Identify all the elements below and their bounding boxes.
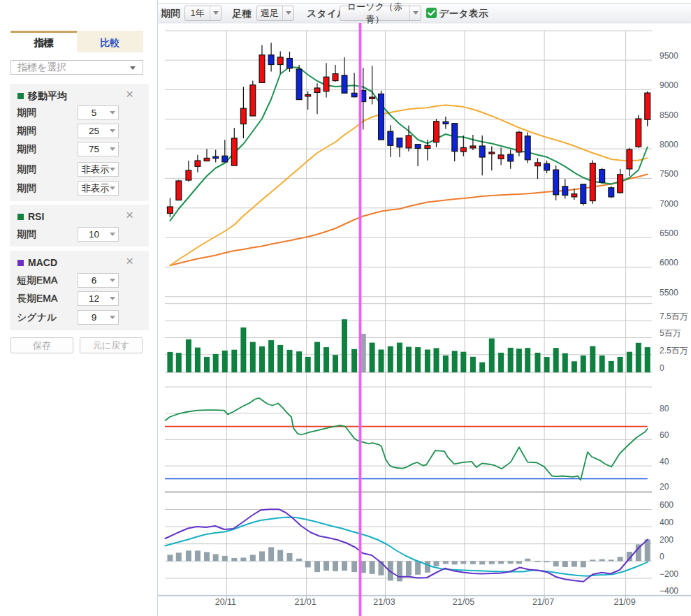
svg-text:6000: 6000 bbox=[660, 258, 678, 267]
svg-text:−400: −400 bbox=[660, 586, 678, 596]
svg-text:−200: −200 bbox=[660, 569, 678, 579]
svg-text:21/03: 21/03 bbox=[373, 597, 395, 607]
svg-text:7500: 7500 bbox=[660, 169, 678, 179]
svg-text:21/07: 21/07 bbox=[532, 597, 554, 607]
svg-text:60: 60 bbox=[660, 430, 669, 440]
svg-text:80: 80 bbox=[660, 404, 669, 413]
svg-text:5500: 5500 bbox=[660, 288, 678, 298]
svg-text:400: 400 bbox=[660, 518, 674, 527]
svg-text:21/09: 21/09 bbox=[613, 597, 635, 607]
svg-text:5百万: 5百万 bbox=[660, 328, 681, 338]
svg-text:20/11: 20/11 bbox=[215, 597, 236, 607]
svg-text:600: 600 bbox=[660, 500, 674, 510]
svg-text:21/01: 21/01 bbox=[294, 597, 316, 607]
svg-text:0: 0 bbox=[660, 363, 664, 373]
svg-text:7.5百万: 7.5百万 bbox=[660, 311, 688, 321]
svg-text:20: 20 bbox=[660, 482, 669, 492]
svg-text:8500: 8500 bbox=[660, 110, 678, 120]
svg-text:7000: 7000 bbox=[660, 199, 678, 209]
svg-text:9500: 9500 bbox=[660, 51, 678, 61]
svg-text:6500: 6500 bbox=[660, 228, 678, 238]
svg-text:21/05: 21/05 bbox=[453, 597, 474, 607]
svg-text:0: 0 bbox=[660, 552, 664, 562]
svg-text:2.5百万: 2.5百万 bbox=[660, 346, 688, 355]
svg-text:8000: 8000 bbox=[660, 140, 678, 149]
svg-text:200: 200 bbox=[660, 535, 674, 545]
svg-text:40: 40 bbox=[660, 457, 669, 467]
svg-text:9000: 9000 bbox=[660, 80, 678, 90]
